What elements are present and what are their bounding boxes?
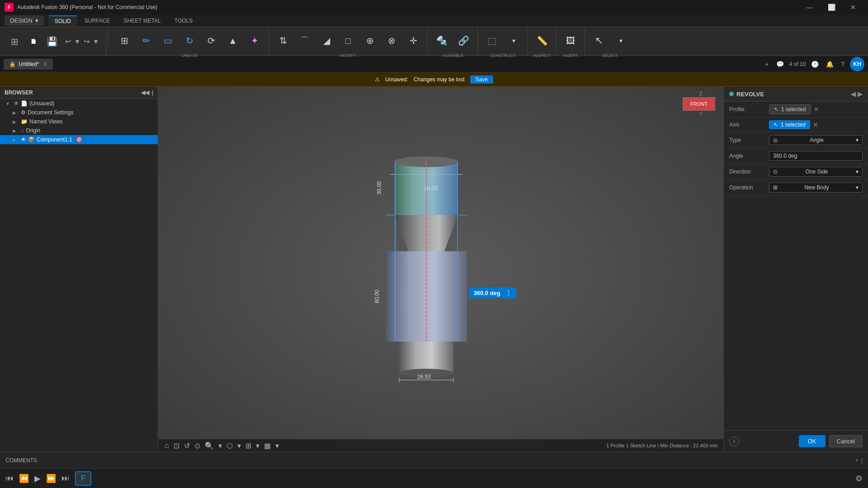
move-button[interactable]: ✛ bbox=[403, 29, 424, 52]
tab-solid[interactable]: SOLID bbox=[48, 15, 77, 26]
type-selected-value: Angle bbox=[810, 137, 824, 143]
tab-sheet-metal[interactable]: SHEET METAL bbox=[118, 16, 167, 26]
doc-settings-label: Document Settings bbox=[28, 109, 73, 116]
joint-button[interactable]: 🔗 bbox=[453, 29, 474, 52]
apps-grid-button[interactable]: ⊞ bbox=[7, 34, 22, 49]
comments-panel: COMMENTS + | bbox=[0, 452, 868, 468]
next-button[interactable]: ⏩ bbox=[46, 474, 56, 483]
play-button[interactable]: ▶ bbox=[34, 474, 41, 483]
redo-button[interactable]: ↪ bbox=[82, 35, 91, 47]
select-button[interactable]: ↖ bbox=[589, 29, 609, 52]
eye-icon[interactable]: 👁 bbox=[14, 100, 19, 107]
undo-button[interactable]: ↩ bbox=[63, 35, 73, 47]
insert-image-button[interactable]: 🖼 bbox=[560, 29, 581, 52]
sweep-button[interactable]: ⟳ bbox=[201, 29, 222, 52]
revolve-info-button[interactable]: i bbox=[729, 436, 739, 446]
tab-surface[interactable]: SURFACE bbox=[78, 16, 117, 26]
doc-close-button[interactable]: × bbox=[43, 61, 47, 68]
grid-dropdown[interactable]: ▾ bbox=[255, 441, 260, 451]
loft-button[interactable]: ▲ bbox=[222, 29, 243, 52]
display-dropdown[interactable]: ▾ bbox=[236, 441, 242, 451]
browser-item-named-views[interactable]: ▶ 📁 Named Views bbox=[0, 117, 158, 126]
fillet-button[interactable]: ⌒ bbox=[294, 29, 315, 52]
axis-clear-button[interactable]: ✕ bbox=[813, 121, 818, 128]
new-component-button[interactable]: ⊞ bbox=[114, 29, 135, 52]
angle-input[interactable] bbox=[769, 151, 863, 161]
more-create-icon: ✦ bbox=[251, 35, 259, 46]
comments-pin-button[interactable]: | bbox=[861, 457, 863, 464]
notification-button[interactable]: 🔔 bbox=[824, 60, 835, 69]
prev-button[interactable]: ⏪ bbox=[19, 474, 29, 483]
revolve-cancel-button[interactable]: Cancel bbox=[829, 435, 863, 447]
revolve-button[interactable]: ↻ bbox=[179, 29, 200, 52]
fit-view-button[interactable]: ⊡ bbox=[173, 441, 180, 451]
skip-fwd-button[interactable]: ⏭ bbox=[61, 474, 70, 483]
help-button[interactable]: ? bbox=[839, 60, 846, 69]
more-create-button[interactable]: ✦ bbox=[244, 29, 265, 52]
revolve-next-arrow[interactable]: ▶ bbox=[858, 90, 863, 98]
chamfer-button[interactable]: ◢ bbox=[316, 29, 337, 52]
direction-dropdown[interactable]: ⊙ One Side ▾ bbox=[769, 167, 863, 177]
redo-dropdown[interactable]: ▾ bbox=[92, 35, 99, 47]
save-button[interactable]: 💾 bbox=[45, 34, 60, 49]
offset-plane-button[interactable]: ⬚ bbox=[481, 29, 502, 52]
zoom-button[interactable]: 🔍 bbox=[204, 441, 215, 451]
extrude-button[interactable]: ▭ bbox=[157, 29, 178, 52]
tab-tools[interactable]: TOOLS bbox=[168, 16, 199, 26]
combine-icon: ⊗ bbox=[388, 35, 396, 46]
browser-pin-button[interactable]: | bbox=[152, 89, 153, 96]
shell-button[interactable]: □ bbox=[338, 29, 359, 52]
minimize-button[interactable]: — bbox=[799, 0, 820, 14]
browser-item-root[interactable]: ▼ 👁 📄 (Unsaved) bbox=[0, 99, 158, 108]
home-view-button[interactable]: ⌂ bbox=[164, 441, 170, 450]
display-mode-button[interactable]: ⬡ bbox=[226, 441, 234, 451]
measure-button[interactable]: 📏 bbox=[532, 29, 552, 52]
eye-component-icon[interactable]: 👁 bbox=[21, 136, 26, 143]
angle-input-bubble[interactable]: 360.0 deg ⋮ bbox=[469, 287, 517, 298]
profile-selected-chip[interactable]: ↖ 1 selected bbox=[769, 104, 811, 114]
type-dropdown[interactable]: ◎ Angle ▾ bbox=[769, 135, 863, 145]
orbit-button[interactable]: ↺ bbox=[183, 441, 191, 451]
viewport[interactable]: 20.03 30.00 80.00 30.00 bbox=[158, 87, 723, 452]
grid-button[interactable]: ⊞ bbox=[245, 441, 252, 451]
view-options-button[interactable]: ▦ bbox=[263, 441, 272, 451]
new-component-asm[interactable]: 🔩 bbox=[431, 29, 452, 52]
revolve-prev-arrow[interactable]: ◀ bbox=[851, 90, 856, 98]
undo-dropdown[interactable]: ▾ bbox=[74, 35, 81, 47]
timeline-settings-button[interactable]: ⚙ bbox=[855, 474, 863, 483]
revolve-ok-button[interactable]: OK bbox=[799, 435, 826, 447]
maximize-button[interactable]: ⬜ bbox=[821, 0, 842, 14]
browser-item-component1[interactable]: ▶ 👁 📦 Component1:1 🎯 bbox=[0, 135, 158, 144]
skip-back-button[interactable]: ⏮ bbox=[5, 474, 14, 483]
browser-collapse-button[interactable]: ◀◀ bbox=[141, 89, 149, 96]
browser-item-origin[interactable]: ▶ □ Origin bbox=[0, 126, 158, 135]
profile-clear-button[interactable]: ✕ bbox=[814, 106, 819, 113]
axis-selected-chip[interactable]: ↖ 1 selected bbox=[769, 120, 810, 129]
new-tab-button[interactable]: + bbox=[763, 60, 770, 69]
close-button[interactable]: ✕ bbox=[843, 0, 863, 14]
browser-item-doc-settings[interactable]: ▶ ⚙ Document Settings bbox=[0, 108, 158, 117]
document-tab[interactable]: 🔒 Untitled* × bbox=[4, 59, 53, 70]
select-dropdown[interactable]: ▾ bbox=[610, 29, 631, 52]
angle-menu-icon[interactable]: ⋮ bbox=[505, 289, 512, 296]
design-button[interactable]: DESIGN ▾ bbox=[5, 15, 44, 26]
save-document-button[interactable]: Save bbox=[470, 75, 493, 84]
create-sketch-button[interactable]: ✏ bbox=[136, 29, 156, 52]
origin-label: Origin bbox=[26, 127, 40, 134]
view-options-dropdown[interactable]: ▾ bbox=[274, 441, 280, 451]
view-cube-front[interactable]: FRONT bbox=[683, 97, 715, 111]
combine-button[interactable]: ⊗ bbox=[381, 29, 402, 52]
construct-dropdown[interactable]: ▾ bbox=[503, 29, 524, 52]
file-button[interactable]: 📄 bbox=[23, 30, 44, 53]
joint-icon: 🔗 bbox=[458, 35, 469, 46]
zoom-dropdown[interactable]: ▾ bbox=[217, 441, 223, 451]
press-pull-button[interactable]: ⇅ bbox=[273, 29, 293, 52]
comments-add-button[interactable]: + bbox=[855, 457, 859, 464]
operation-dropdown[interactable]: ⊞ New Body ▾ bbox=[769, 183, 863, 192]
scale-button[interactable]: ⊕ bbox=[359, 29, 380, 52]
account-button[interactable]: KH bbox=[850, 57, 864, 71]
timeline-thumbnail[interactable]: F bbox=[75, 471, 91, 486]
chat-button[interactable]: 💬 bbox=[774, 60, 786, 69]
look-at-button[interactable]: ⊙ bbox=[193, 441, 201, 451]
history-button[interactable]: 🕐 bbox=[809, 60, 821, 69]
